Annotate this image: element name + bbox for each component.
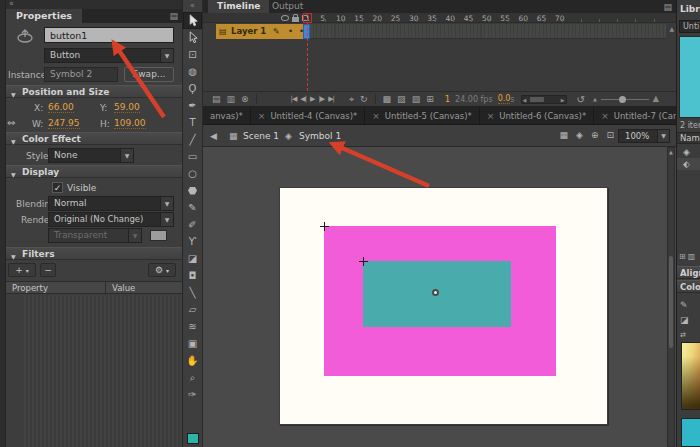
- scroll-left-icon[interactable]: ◀: [523, 97, 527, 103]
- section-filters[interactable]: ▼ Filters: [6, 247, 182, 260]
- edit-symbols-icon[interactable]: ◈: [576, 130, 583, 140]
- panel-menu-icon[interactable]: ▤: [663, 2, 672, 12]
- tab-timeline[interactable]: Timeline: [208, 0, 269, 13]
- eyedropper-tool[interactable]: ╲: [183, 284, 202, 301]
- chevron-down-icon[interactable]: ▼: [160, 49, 173, 62]
- style-select[interactable]: None ▼: [48, 148, 134, 163]
- rectangle-tool[interactable]: ▭: [183, 148, 202, 165]
- scrollbar-thumb[interactable]: [669, 256, 673, 348]
- oval-tool[interactable]: ○: [183, 165, 202, 182]
- panel-collapse-bar[interactable]: «: [6, 0, 182, 9]
- section-display[interactable]: ▼ Display: [6, 165, 182, 178]
- loop-icon[interactable]: ↻: [360, 94, 368, 105]
- back-arrow-icon[interactable]: ◀: [210, 131, 217, 141]
- close-icon[interactable]: ×: [601, 111, 609, 121]
- step-back-icon[interactable]: ◀|: [300, 95, 306, 103]
- scroll-up-icon[interactable]: ▲: [669, 149, 673, 155]
- new-layer-icon[interactable]: ▤: [212, 94, 221, 104]
- constrain-proportions-icon[interactable]: ⇔: [7, 117, 15, 128]
- lock-layers-icon[interactable]: [292, 17, 299, 22]
- center-stage-icon[interactable]: ⊕: [591, 130, 599, 140]
- undo-icon[interactable]: ↺: [577, 94, 585, 105]
- elapsed-time-value[interactable]: 0.0: [498, 94, 511, 104]
- column-value[interactable]: Value: [106, 282, 182, 295]
- play-icon[interactable]: ▶: [310, 95, 314, 103]
- scene-clapperboard-icon[interactable]: ▦: [229, 131, 238, 141]
- delete-layer-icon[interactable]: ⊗: [241, 94, 249, 104]
- eraser-tool[interactable]: ▱: [183, 301, 202, 318]
- layer-visibility-dot[interactable]: •: [288, 24, 293, 39]
- polystar-tool[interactable]: [183, 182, 202, 199]
- layer-1-row[interactable]: ▤ Layer 1 ✎ • •: [216, 24, 308, 39]
- document-tab-4[interactable]: ×Untitled-6 (Canvas)*: [480, 107, 594, 125]
- ink-bottle-tool[interactable]: ◘: [183, 267, 202, 284]
- color-picker-gradient[interactable]: [681, 342, 700, 410]
- breadcrumb-symbol[interactable]: Symbol 1: [299, 131, 341, 141]
- playhead-frame-marker[interactable]: [303, 13, 312, 23]
- fill-color-icon[interactable]: ◪: [680, 315, 689, 325]
- close-icon[interactable]: ×: [487, 111, 495, 121]
- tab-color[interactable]: Color: [677, 280, 700, 293]
- zoom-tool[interactable]: ⌕: [183, 369, 202, 386]
- close-icon[interactable]: ×: [372, 111, 380, 121]
- camera-tool[interactable]: ▣: [183, 335, 202, 352]
- onion-skin-icon[interactable]: ▩: [383, 94, 392, 104]
- pencil-tool[interactable]: ✎: [183, 199, 202, 216]
- chevron-down-icon[interactable]: ▼: [160, 197, 173, 210]
- zoom-in-frames-icon[interactable]: ▲: [653, 94, 659, 103]
- playhead-line[interactable]: [307, 13, 308, 91]
- document-tab-1[interactable]: anvas)*: [203, 107, 251, 125]
- chevron-down-icon[interactable]: ▼: [160, 213, 173, 226]
- new-folder-icon[interactable]: ▥: [688, 252, 698, 261]
- chevron-down-icon[interactable]: ▼: [657, 130, 669, 142]
- transform-point[interactable]: [432, 289, 439, 296]
- show-hide-layers-icon[interactable]: [281, 15, 289, 21]
- collapse-chevron-icon[interactable]: «: [9, 0, 14, 8]
- timeline-h-scrollbar[interactable]: ◀ ▶: [521, 95, 567, 104]
- lasso-tool[interactable]: Ϙ: [183, 80, 202, 97]
- instance-of-field[interactable]: Symbol 2: [44, 67, 118, 82]
- library-list-item[interactable]: ⬖: [677, 158, 700, 170]
- library-panel-title[interactable]: Libra: [680, 4, 700, 14]
- bone-tool[interactable]: Ƴ: [183, 233, 202, 250]
- go-to-first-frame-icon[interactable]: |◀: [291, 95, 297, 103]
- zoom-out-frames-icon[interactable]: ▲: [593, 96, 597, 102]
- go-to-last-frame-icon[interactable]: ▶|: [328, 95, 334, 103]
- step-forward-icon[interactable]: |▶: [318, 95, 324, 103]
- filters-list-area[interactable]: [6, 295, 182, 447]
- timeline-zoom-slider[interactable]: ▲ ▲: [593, 94, 659, 104]
- h-value[interactable]: 109.00: [114, 118, 146, 129]
- canvas-v-scrollbar[interactable]: ▲: [667, 147, 675, 447]
- free-transform-tool[interactable]: ⊡: [183, 46, 202, 63]
- stroke-color-icon[interactable]: ✎: [680, 300, 688, 310]
- tab-properties[interactable]: Properties: [6, 9, 82, 23]
- pen-tool[interactable]: ✒: [183, 97, 202, 114]
- subselection-tool[interactable]: [183, 29, 202, 46]
- column-property[interactable]: Property: [6, 282, 106, 295]
- tab-align[interactable]: Align: [677, 266, 700, 279]
- canvas-pasteboard[interactable]: ▲: [203, 147, 676, 447]
- scroll-right-icon[interactable]: ▶: [561, 97, 565, 103]
- scrollbar-thumb[interactable]: [530, 97, 544, 102]
- library-list-item[interactable]: ◈: [677, 146, 700, 158]
- w-value[interactable]: 247.95: [48, 118, 80, 129]
- paint-bucket-tool[interactable]: ◪: [183, 250, 202, 267]
- text-tool[interactable]: T: [183, 114, 202, 131]
- stage-zoom-select[interactable]: 100% ▼: [618, 129, 670, 143]
- line-tool[interactable]: ╱: [183, 131, 202, 148]
- visible-checkbox[interactable]: ✓: [52, 182, 63, 193]
- render-select[interactable]: Original (No Change) ▼: [48, 212, 174, 227]
- breadcrumb-scene[interactable]: Scene 1: [243, 131, 279, 141]
- 3d-rotation-tool[interactable]: ◍: [183, 63, 202, 80]
- swap-button[interactable]: Swap...: [124, 67, 174, 82]
- instance-name-input[interactable]: [44, 27, 174, 43]
- stroke-color-icon[interactable]: ✑: [183, 386, 202, 403]
- remove-filter-button[interactable]: −: [40, 263, 56, 277]
- library-name-column-header[interactable]: Name: [677, 132, 700, 144]
- add-filter-button[interactable]: + ▾: [8, 263, 36, 277]
- document-tab-3[interactable]: ×Untitled-5 (Canvas)*: [365, 107, 479, 125]
- layer-name[interactable]: Layer 1: [231, 24, 266, 39]
- panel-menu-icon[interactable]: ▤: [169, 11, 178, 21]
- new-symbol-icon[interactable]: ⊞: [679, 252, 688, 261]
- frame-grid[interactable]: [310, 24, 666, 39]
